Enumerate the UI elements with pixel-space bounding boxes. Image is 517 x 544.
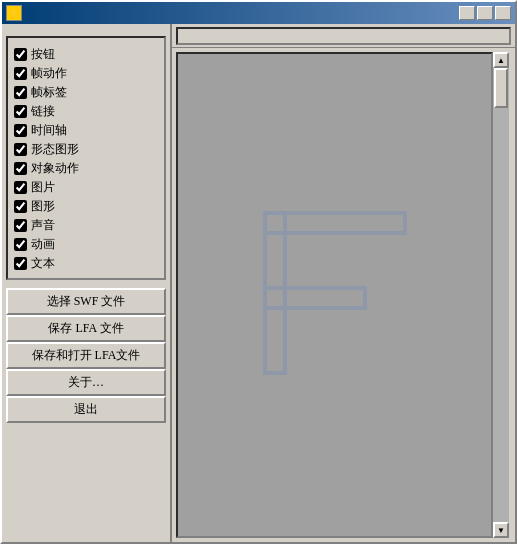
checkbox-label-3: 链接	[31, 103, 55, 120]
checkbox-label-6: 对象动作	[31, 160, 79, 177]
top-bar	[172, 24, 515, 48]
checkbox-label-10: 动画	[31, 236, 55, 253]
checkbox-item-0: 按钮	[14, 46, 158, 63]
checkbox-链接[interactable]	[14, 105, 27, 118]
checkbox-item-8: 图形	[14, 198, 158, 215]
scroll-up-button[interactable]: ▲	[493, 52, 509, 68]
checkbox-label-8: 图形	[31, 198, 55, 215]
checkbox-item-6: 对象动作	[14, 160, 158, 177]
checkbox-对象动作[interactable]	[14, 162, 27, 175]
button-area: 选择 SWF 文件保存 LFA 文件保存和打开 LFA文件关于…退出	[6, 288, 166, 423]
checkbox-文本[interactable]	[14, 257, 27, 270]
path-input[interactable]	[176, 27, 511, 45]
maximize-button[interactable]	[477, 6, 493, 20]
checkbox-label-0: 按钮	[31, 46, 55, 63]
checkbox-label-5: 形态图形	[31, 141, 79, 158]
exit-button[interactable]: 退出	[6, 396, 166, 423]
right-panel: ▲ ▼	[172, 24, 515, 542]
checkbox-label-2: 帧标签	[31, 84, 67, 101]
close-button[interactable]	[495, 6, 511, 20]
preview-area	[176, 52, 493, 538]
svg-rect-2	[265, 288, 365, 308]
checkbox-图形[interactable]	[14, 200, 27, 213]
checkbox-label-4: 时间轴	[31, 122, 67, 139]
checkbox-label-7: 图片	[31, 179, 55, 196]
svg-rect-1	[265, 213, 285, 373]
main-content: 按钮帧动作帧标签链接时间轴形态图形对象动作图片图形声音动画文本 选择 SWF 文…	[2, 24, 515, 542]
checkbox-list: 按钮帧动作帧标签链接时间轴形态图形对象动作图片图形声音动画文本	[14, 46, 158, 272]
checkbox-item-2: 帧标签	[14, 84, 158, 101]
checkbox-时间轴[interactable]	[14, 124, 27, 137]
checkbox-形态图形[interactable]	[14, 143, 27, 156]
checkbox-section: 按钮帧动作帧标签链接时间轴形态图形对象动作图片图形声音动画文本	[6, 36, 166, 280]
checkbox-item-10: 动画	[14, 236, 158, 253]
checkbox-label-1: 帧动作	[31, 65, 67, 82]
title-bar-buttons	[459, 6, 511, 20]
title-bar: ⚡	[2, 2, 515, 24]
save-lfa-button[interactable]: 保存 LFA 文件	[6, 315, 166, 342]
scrollbar-vertical: ▲ ▼	[493, 52, 511, 538]
checkbox-声音[interactable]	[14, 219, 27, 232]
checkbox-item-4: 时间轴	[14, 122, 158, 139]
select-swf-button[interactable]: 选择 SWF 文件	[6, 288, 166, 315]
main-window: ⚡ 按钮帧动作帧标签链接时间轴形态图形对象动作图片图形声音动画文本 选择 SWF…	[0, 0, 517, 544]
checkbox-item-7: 图片	[14, 179, 158, 196]
preview-wrapper: ▲ ▼	[176, 52, 511, 538]
checkbox-item-11: 文本	[14, 255, 158, 272]
app-icon: ⚡	[6, 5, 22, 21]
scroll-thumb[interactable]	[494, 68, 508, 108]
checkbox-图片[interactable]	[14, 181, 27, 194]
checkbox-帧动作[interactable]	[14, 67, 27, 80]
preview-logo	[235, 193, 435, 397]
checkbox-按钮[interactable]	[14, 48, 27, 61]
checkbox-item-3: 链接	[14, 103, 158, 120]
checkbox-item-1: 帧动作	[14, 65, 158, 82]
checkbox-label-11: 文本	[31, 255, 55, 272]
menu-header	[6, 28, 166, 32]
checkbox-item-5: 形态图形	[14, 141, 158, 158]
left-panel: 按钮帧动作帧标签链接时间轴形态图形对象动作图片图形声音动画文本 选择 SWF 文…	[2, 24, 172, 542]
button-list: 选择 SWF 文件保存 LFA 文件保存和打开 LFA文件关于…退出	[6, 288, 166, 423]
checkbox-动画[interactable]	[14, 238, 27, 251]
minimize-button[interactable]	[459, 6, 475, 20]
save-open-lfa-button[interactable]: 保存和打开 LFA文件	[6, 342, 166, 369]
scroll-down-button[interactable]: ▼	[493, 522, 509, 538]
title-bar-left: ⚡	[6, 5, 26, 21]
checkbox-label-9: 声音	[31, 217, 55, 234]
checkbox-item-9: 声音	[14, 217, 158, 234]
about-button[interactable]: 关于…	[6, 369, 166, 396]
checkbox-帧标签[interactable]	[14, 86, 27, 99]
scroll-track[interactable]	[493, 68, 509, 522]
